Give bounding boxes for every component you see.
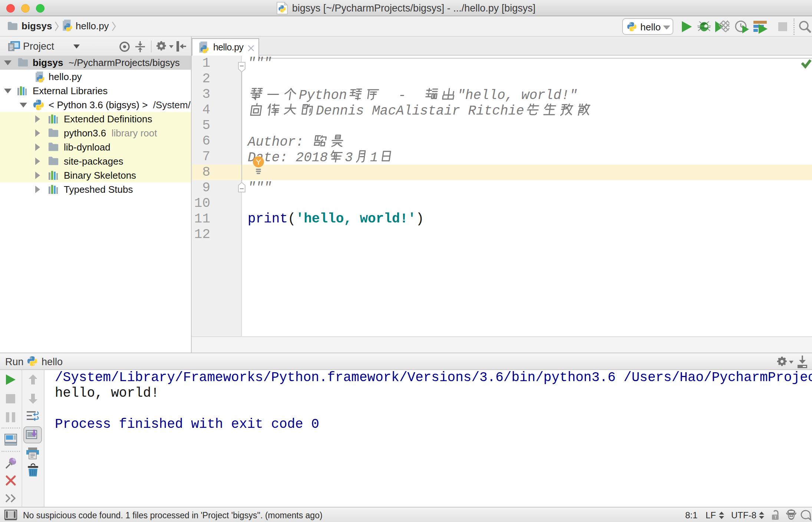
svg-text:T: T <box>774 515 777 519</box>
